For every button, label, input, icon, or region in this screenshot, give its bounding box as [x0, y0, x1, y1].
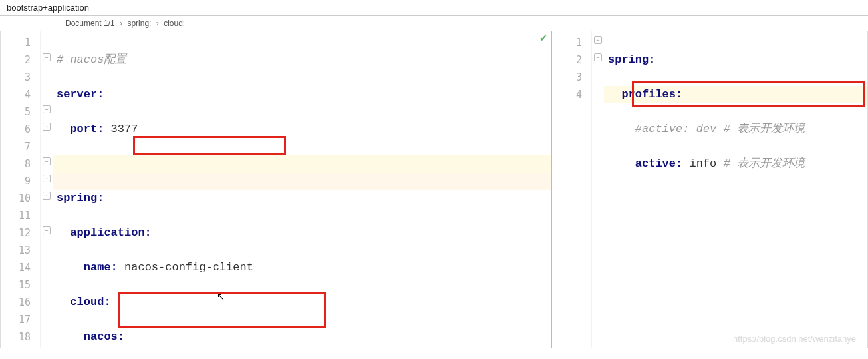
- line-number: 3: [1, 69, 31, 86]
- check-icon: ✔: [539, 33, 547, 43]
- fold-toggle-icon[interactable]: −: [43, 192, 51, 200]
- editor-split: ✔ ↖ 1 2 3 4 5 6 7 8 9 10 11 12 13 14 15 …: [0, 31, 868, 348]
- editor-right-pane: 1 2 3 4 − − spring: profiles: #active: d…: [552, 31, 868, 348]
- line-number: 17: [1, 311, 31, 328]
- line-number: 4: [552, 86, 582, 103]
- line-number: 9: [1, 173, 31, 190]
- fold-toggle-icon[interactable]: −: [43, 53, 51, 61]
- line-number: 7: [1, 138, 31, 155]
- line-number: 3: [552, 69, 582, 86]
- breadcrumb-item[interactable]: spring:: [127, 19, 151, 28]
- fold-toggle-icon[interactable]: −: [43, 123, 51, 131]
- line-gutter: 1 2 3 4 5 6 7 8 9 10 11 12 13 14 15 16 1…: [1, 31, 41, 348]
- line-number: 5: [1, 103, 31, 121]
- line-number: 6: [1, 121, 31, 138]
- cursor-icon: ↖: [217, 291, 225, 302]
- window-title: bootstrap+application: [0, 0, 868, 16]
- line-number: 11: [1, 207, 31, 224]
- fold-toggle-icon[interactable]: −: [43, 226, 51, 234]
- fold-toggle-icon[interactable]: −: [594, 53, 602, 61]
- breadcrumb-item[interactable]: cloud:: [164, 19, 185, 28]
- fold-toggle-icon[interactable]: −: [43, 175, 51, 182]
- fold-column: − −: [592, 31, 604, 348]
- line-number: 18: [1, 328, 31, 346]
- editor-left-pane: ✔ ↖ 1 2 3 4 5 6 7 8 9 10 11 12 13 14 15 …: [0, 31, 552, 348]
- line-number: 16: [1, 294, 31, 311]
- watermark: https://blog.csdn.net/wenzifanye: [733, 334, 856, 344]
- code-area-left[interactable]: # nacos配置 server: port: 3377 spring: app…: [53, 31, 551, 348]
- fold-column: − − − − − − −: [41, 31, 53, 348]
- line-number: 2: [1, 51, 31, 69]
- line-gutter: 1 2 3 4: [552, 31, 592, 348]
- chevron-right-icon: ›: [156, 19, 159, 28]
- line-number: 4: [1, 86, 31, 103]
- fold-toggle-icon[interactable]: −: [43, 105, 51, 113]
- line-number: 8: [1, 155, 31, 173]
- line-number: 1: [1, 34, 31, 51]
- line-number: 12: [1, 224, 31, 242]
- fold-toggle-icon[interactable]: −: [43, 157, 51, 165]
- line-number: 2: [552, 51, 582, 69]
- chevron-right-icon: ›: [120, 19, 122, 28]
- line-number: 1: [552, 34, 582, 51]
- line-number: 15: [1, 276, 31, 294]
- breadcrumb-item[interactable]: Document 1/1: [65, 19, 115, 28]
- breadcrumb[interactable]: Document 1/1 › spring: › cloud:: [0, 16, 868, 31]
- fold-toggle-icon[interactable]: −: [594, 36, 602, 44]
- line-number: 10: [1, 190, 31, 207]
- line-number: 13: [1, 242, 31, 259]
- line-number: 14: [1, 259, 31, 276]
- code-area-right[interactable]: spring: profiles: #active: dev # 表示开发环境 …: [604, 31, 867, 348]
